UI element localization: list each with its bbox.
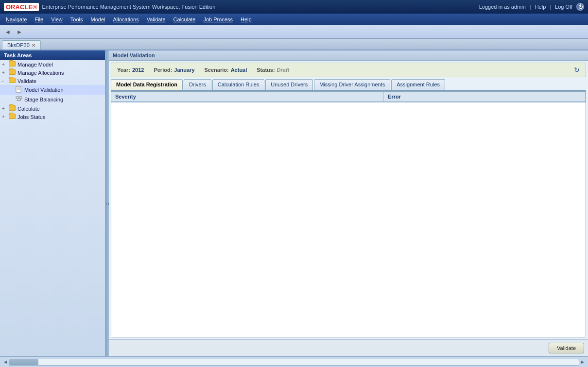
sidebar-label-model-validation: Model Validation: [24, 87, 64, 93]
col-severity: Severity: [111, 92, 384, 102]
content-area: Model Validation Year: 2012 Period: Janu…: [109, 50, 588, 356]
scenario-label: Scenario:: [205, 67, 229, 73]
scenario-field: Scenario: Actual: [205, 67, 247, 73]
app-tab-close[interactable]: ✕: [32, 43, 35, 48]
sidebar-label-stage-balancing: Stage Balancing: [24, 97, 63, 102]
validate-button[interactable]: Validate: [549, 343, 584, 353]
year-label: Year:: [117, 67, 130, 73]
status-field: Status: Draft: [257, 67, 289, 73]
table-container: Severity Error: [111, 91, 586, 337]
top-bar-right: Logged in as admin | Help | Log Off ⏻: [479, 3, 584, 11]
menu-model[interactable]: Model: [87, 15, 109, 24]
separator: |: [530, 4, 531, 10]
app-tab-bksdp30[interactable]: BksDP30 ✕: [2, 40, 41, 50]
sidebar-header: Task Areas: [0, 50, 105, 60]
menu-allocations[interactable]: Allocations: [109, 15, 142, 24]
scenario-value: Actual: [231, 67, 247, 73]
scrollbar-track[interactable]: [9, 359, 579, 366]
tab-calculation-rules[interactable]: Calculation Rules: [212, 79, 265, 90]
sidebar-label-manage-model: Manage Model: [17, 62, 53, 67]
sidebar-item-calculate[interactable]: + Calculate: [0, 104, 105, 113]
back-button[interactable]: ◄: [3, 28, 13, 36]
menu-navigate[interactable]: Navigate: [2, 15, 31, 24]
expand-icon5: +: [2, 114, 9, 119]
menu-file[interactable]: File: [31, 15, 47, 24]
col-error: Error: [384, 92, 586, 102]
tab-assignment-rules[interactable]: Assignment Rules: [391, 79, 445, 90]
sidebar-label-manage-allocations: Manage Allocations: [17, 70, 64, 76]
help-link[interactable]: Help: [535, 4, 546, 10]
top-bar-left: ORACLE® Enterprise Performance Managemen…: [4, 3, 215, 11]
page-icon: [16, 86, 23, 94]
menu-help[interactable]: Help: [237, 15, 256, 24]
app-tab-label: BksDP30: [7, 42, 30, 48]
logged-in-label: Logged in as admin: [479, 4, 526, 10]
status-label: Status:: [257, 67, 275, 73]
expand-icon: +: [2, 62, 9, 67]
menu-tools[interactable]: Tools: [67, 15, 87, 24]
bottom-bar: ◄ ►: [0, 356, 588, 367]
period-label: Period:: [154, 67, 172, 73]
oracle-logo: ORACLE®: [4, 3, 39, 11]
menu-view[interactable]: View: [47, 15, 67, 24]
year-value: 2012: [132, 67, 144, 73]
sidebar-item-jobs-status[interactable]: + Jobs Status: [0, 113, 105, 121]
expand-icon4: +: [2, 106, 9, 111]
sidebar-item-stage-balancing[interactable]: Stage Balancing: [0, 95, 105, 104]
svg-rect-0: [16, 86, 21, 92]
folder-icon4: [9, 105, 17, 112]
yps-bar: Year: 2012 Period: January Scenario: Act…: [111, 63, 586, 77]
tab-unused-drivers[interactable]: Unused Drivers: [265, 79, 313, 90]
menu-job-process[interactable]: Job Process: [199, 15, 237, 24]
svg-rect-4: [16, 97, 18, 99]
tab-missing-driver-assignments[interactable]: Missing Driver Assignments: [314, 79, 390, 90]
tab-model-data-registration[interactable]: Model Data Registration: [111, 79, 183, 90]
sidebar-label-validate: Validate: [17, 78, 36, 84]
top-bar: ORACLE® Enterprise Performance Managemen…: [0, 0, 588, 14]
refresh-icon[interactable]: ↻: [574, 66, 580, 74]
sidebar-label-calculate: Calculate: [17, 106, 40, 112]
main-layout: Task Areas + Manage Model + Manage Alloc…: [0, 50, 588, 356]
sidebar-item-model-validation[interactable]: Model Validation: [0, 85, 105, 95]
sidebar-item-validate[interactable]: - Validate: [0, 77, 105, 85]
sidebar: Task Areas + Manage Model + Manage Alloc…: [0, 50, 106, 356]
expand-icon2: +: [2, 70, 9, 75]
period-field: Period: January: [154, 67, 194, 73]
btn-area: Validate: [109, 339, 588, 356]
svg-rect-5: [19, 97, 22, 99]
period-value: January: [174, 67, 194, 73]
folder-icon5: [9, 114, 17, 120]
app-title: Enterprise Performance Management System…: [42, 4, 215, 10]
stage-icon: [16, 96, 23, 103]
menu-validate[interactable]: Validate: [143, 15, 170, 24]
separator2: |: [550, 4, 551, 10]
menu-bar: Navigate File View Tools Model Allocatio…: [0, 14, 588, 25]
data-table: Severity Error: [111, 92, 586, 102]
toolbar: ◄ ►: [0, 25, 588, 39]
tabs: Model Data Registration Drivers Calculat…: [111, 79, 586, 91]
power-icon: ⏻: [576, 3, 584, 11]
tab-drivers[interactable]: Drivers: [184, 79, 211, 90]
scroll-right-arrow[interactable]: ►: [579, 358, 586, 366]
app-tabs: BksDP30 ✕: [0, 39, 588, 50]
menu-calculate[interactable]: Calculate: [170, 15, 200, 24]
sidebar-item-manage-model[interactable]: + Manage Model: [0, 60, 105, 68]
sidebar-item-manage-allocations[interactable]: + Manage Allocations: [0, 68, 105, 77]
tab-panel: Model Data Registration Drivers Calculat…: [111, 79, 586, 337]
status-value: Draft: [277, 67, 290, 73]
folder-icon3: [9, 78, 17, 84]
scrollbar-thumb[interactable]: [9, 359, 38, 365]
expand-icon3: -: [2, 78, 9, 83]
year-field: Year: 2012: [117, 67, 144, 73]
content-header: Model Validation: [109, 50, 588, 61]
folder-icon: [9, 61, 17, 67]
logoff-link[interactable]: Log Off: [555, 4, 572, 10]
scroll-left-arrow[interactable]: ◄: [2, 358, 9, 366]
folder-icon2: [9, 69, 17, 76]
forward-button[interactable]: ►: [15, 28, 24, 36]
sidebar-label-jobs-status: Jobs Status: [17, 114, 45, 120]
